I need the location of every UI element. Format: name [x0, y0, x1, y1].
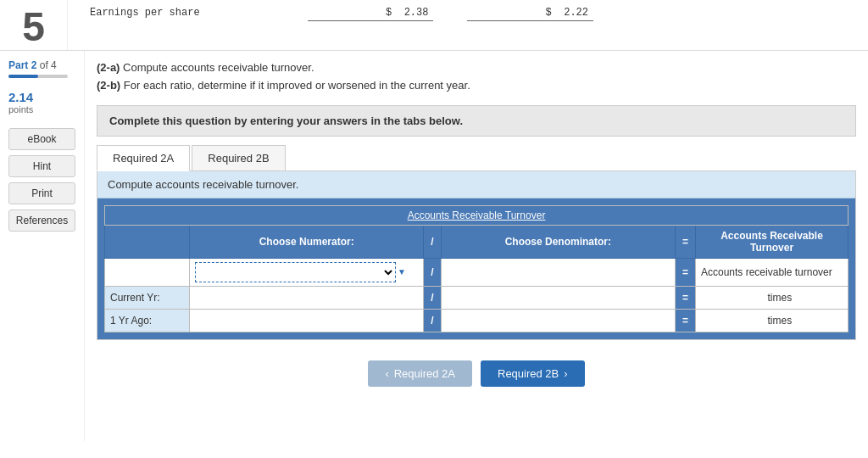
- step-number: 5: [0, 0, 68, 50]
- prev-button[interactable]: ‹ Required 2A: [368, 360, 472, 387]
- main-layout: Part 2 of 4 2.14 points eBook Hint Print…: [0, 51, 868, 441]
- prior-denominator-input[interactable]: [447, 313, 670, 328]
- part-of: of 4: [40, 59, 57, 71]
- col-denominator-header: Choose Denominator:: [441, 225, 675, 258]
- prev-button-label: Required 2A: [394, 367, 455, 380]
- progress-bar-fill: [8, 75, 38, 78]
- table-title: Accounts Receivable Turnover: [105, 205, 849, 225]
- prior-numerator-cell[interactable]: [190, 309, 424, 332]
- tab-required-2a[interactable]: Required 2A: [97, 145, 190, 171]
- ebook-button[interactable]: eBook: [8, 128, 75, 150]
- dropdown-row-label: [105, 258, 190, 286]
- equals-cell-1: =: [675, 258, 695, 286]
- col-slash-header: /: [424, 225, 441, 258]
- compute-label: Compute accounts receivable turnover.: [97, 171, 855, 198]
- hint-button[interactable]: Hint: [8, 155, 75, 177]
- tab-required-2b[interactable]: Required 2B: [192, 145, 285, 170]
- col-numerator-header: Choose Numerator:: [190, 225, 424, 258]
- col-equals-header: =: [675, 225, 695, 258]
- result-text-header: Accounts receivable turnover: [701, 266, 832, 278]
- result-cell-header: Accounts receivable turnover: [696, 258, 849, 286]
- next-button[interactable]: Required 2B ›: [481, 360, 585, 387]
- current-result-input[interactable]: [701, 290, 765, 305]
- earnings-label: Earnings per share: [85, 5, 308, 21]
- instruction-ref1: (2-a): [97, 61, 120, 74]
- prior-yr-label: 1 Yr Ago:: [105, 309, 190, 332]
- slash-cell-1: /: [424, 258, 441, 286]
- prior-numerator-input[interactable]: [195, 313, 418, 328]
- equals-cell-2: =: [675, 286, 695, 309]
- col-result-header: Accounts Receivable Turnover: [696, 225, 849, 258]
- next-chevron-icon: ›: [564, 367, 567, 380]
- current-numerator-cell[interactable]: [190, 286, 424, 309]
- prior-times-label: times: [767, 315, 792, 327]
- earnings-val2: $ 2.22: [467, 5, 593, 21]
- table-prior-row: 1 Yr Ago: / = times: [105, 309, 849, 332]
- slash-cell-2: /: [424, 286, 441, 309]
- progress-bar-container: [8, 75, 68, 78]
- instruction-line2: (2-b) For each ratio, determine if it im…: [97, 77, 856, 95]
- earnings-section: 5 Earnings per share $ 2.38 $ 2.22: [0, 0, 868, 51]
- tabs-row: Required 2A Required 2B: [97, 145, 856, 171]
- current-times-label: times: [767, 292, 792, 304]
- current-denominator-cell[interactable]: [441, 286, 675, 309]
- slash-cell-3: /: [424, 309, 441, 332]
- table-title-row: Accounts Receivable Turnover: [105, 205, 849, 225]
- col-empty-header: [105, 225, 190, 258]
- table-current-row: Current Yr: / = times: [105, 286, 849, 309]
- instruction-text1: Compute accounts receivable turnover.: [123, 61, 314, 74]
- current-numerator-input[interactable]: [195, 290, 418, 305]
- current-yr-label: Current Yr:: [105, 286, 190, 309]
- prior-result-input[interactable]: [701, 313, 765, 328]
- prior-denominator-cell[interactable]: [441, 309, 675, 332]
- earnings-table: Earnings per share $ 2.38 $ 2.22: [85, 5, 593, 21]
- points-label: points: [8, 104, 75, 114]
- denominator-input[interactable]: [447, 265, 670, 280]
- references-button[interactable]: References: [8, 209, 75, 232]
- numerator-dropdown-cell[interactable]: ▼: [190, 258, 424, 286]
- bottom-nav: ‹ Required 2A Required 2B ›: [97, 354, 856, 394]
- instruction-text2: For each ratio, determine if it improved…: [124, 79, 470, 92]
- instructions: (2-a) Compute accounts receivable turnov…: [97, 59, 856, 95]
- ar-table: Accounts Receivable Turnover Choose Nume…: [104, 205, 849, 332]
- next-button-label: Required 2B: [498, 367, 559, 380]
- main-content: (2-a) Compute accounts receivable turnov…: [85, 51, 868, 441]
- earnings-row: Earnings per share $ 2.38 $ 2.22: [85, 5, 593, 21]
- equals-cell-3: =: [675, 309, 695, 332]
- print-button[interactable]: Print: [8, 182, 75, 204]
- table-section: Accounts Receivable Turnover Choose Nume…: [97, 198, 855, 339]
- current-denominator-input[interactable]: [447, 290, 670, 305]
- instruction-box: Complete this question by entering your …: [97, 105, 856, 137]
- part-num: Part 2: [8, 59, 36, 71]
- tab-content: Compute accounts receivable turnover. Ac…: [97, 171, 856, 340]
- earnings-table-wrapper: Earnings per share $ 2.38 $ 2.22: [76, 0, 868, 50]
- dropdown-arrow-icon: ▼: [398, 267, 406, 276]
- instruction-ref2: (2-b): [97, 79, 120, 92]
- denominator-input-cell[interactable]: [441, 258, 675, 286]
- sidebar: Part 2 of 4 2.14 points eBook Hint Print…: [0, 51, 85, 441]
- numerator-select[interactable]: [195, 262, 396, 282]
- part-label: Part 2 of 4: [8, 59, 75, 71]
- table-dropdown-row: ▼ / = Accounts receivable turnover: [105, 258, 849, 286]
- instruction-line1: (2-a) Compute accounts receivable turnov…: [97, 59, 856, 77]
- prior-result-cell: times: [696, 309, 849, 332]
- points-value: 2.14: [8, 90, 75, 104]
- points-section: 2.14 points: [8, 90, 75, 114]
- prev-chevron-icon: ‹: [385, 367, 388, 380]
- earnings-val1: $ 2.38: [308, 5, 434, 21]
- current-result-cell: times: [696, 286, 849, 309]
- table-header-row: Choose Numerator: / Choose Denominator: …: [105, 225, 849, 258]
